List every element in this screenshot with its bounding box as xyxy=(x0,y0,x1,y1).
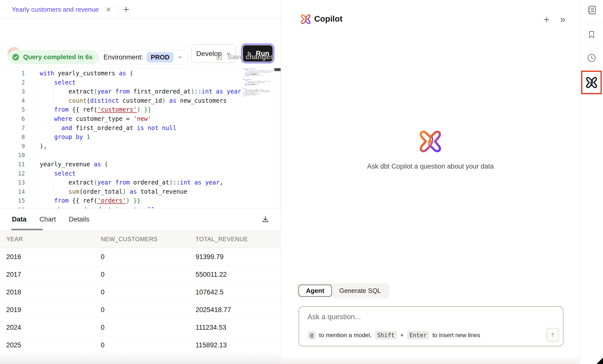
rail-item-bookmarks[interactable] xyxy=(580,30,603,40)
table-row: 20170550011.22 xyxy=(0,266,281,283)
send-button[interactable] xyxy=(547,328,559,342)
mode-agent[interactable]: Agent xyxy=(299,285,332,297)
column-header: NEW_CUSTOMERS xyxy=(95,236,189,243)
line-number: 16 xyxy=(0,205,25,209)
results-table: 2016091399.7920170550011.2220180107642.5… xyxy=(0,248,281,354)
table-cell: 115892.13 xyxy=(189,341,281,349)
code-line: where ordered_at is not null xyxy=(40,205,242,209)
shift-key: Shift xyxy=(375,331,397,339)
bottom-fade xyxy=(281,356,580,364)
table-cell: 2024 xyxy=(0,324,95,331)
tab-divider xyxy=(118,4,118,14)
line-number: 5 xyxy=(0,105,25,114)
table-cell: 2017 xyxy=(0,271,95,278)
tab-data[interactable]: Data xyxy=(12,216,27,223)
table-cell: 2019 xyxy=(0,306,95,314)
tab-label: Yearly customers and revenue xyxy=(12,6,99,13)
editor-minimap[interactable]: with yearly_customers as ( select extrac… xyxy=(243,68,274,96)
enter-key: Enter xyxy=(407,331,429,339)
table-cell: 0 xyxy=(95,324,189,331)
environment-label: Environment: xyxy=(103,53,143,61)
code-line: extract(year from first_ordered_at)::int… xyxy=(40,87,242,96)
environment-value-badge: PROD xyxy=(147,52,173,62)
scrollbar-lane xyxy=(281,68,281,209)
insight-header: BL Your saved insight Develop Run xyxy=(0,19,281,46)
tab-chart[interactable]: Chart xyxy=(40,216,56,223)
results-tabs: DataChartDetails xyxy=(12,209,89,230)
table-row: 201902025418.77 xyxy=(0,301,281,319)
check-circle-icon xyxy=(11,53,20,61)
table-cell: 550011.22 xyxy=(189,271,281,278)
table-cell: 2018 xyxy=(0,288,95,296)
tab-close-icon[interactable] xyxy=(105,6,112,13)
minimap-line: order by 1 xyxy=(243,95,274,96)
new-chat-plus-icon[interactable] xyxy=(543,16,550,23)
line-number: 8 xyxy=(0,133,25,142)
copilot-empty-logo xyxy=(419,130,442,153)
app-root: Yearly customers and revenue BL Your sav… xyxy=(0,0,603,364)
code-line: select xyxy=(40,169,242,178)
line-number: 2 xyxy=(0,78,25,87)
table-cell: 0 xyxy=(95,341,189,349)
code-line: count(distinct customer_id) as new_custo… xyxy=(40,96,242,105)
line-number: 15 xyxy=(0,196,25,205)
mode-generate-sql[interactable]: Generate SQL xyxy=(332,285,388,297)
results-panel: DataChartDetails YEARNEW_CUSTOMERSTOTAL_… xyxy=(0,209,281,364)
code-line: with yearly_customers as ( xyxy=(40,69,242,78)
plus-text: + xyxy=(400,332,404,339)
right-rail xyxy=(580,0,603,364)
question-placeholder: Ask a question... xyxy=(307,313,361,321)
rail-item-history[interactable] xyxy=(580,53,603,63)
newlines-text: to insert new lines xyxy=(432,332,480,339)
code-line: and first_ordered_at is not null xyxy=(40,124,242,133)
line-number: 11 xyxy=(0,160,25,169)
cursor-artifact xyxy=(597,358,603,364)
line-number: 1 xyxy=(0,69,25,78)
table-row: 20180107642.5 xyxy=(0,283,281,301)
table-cell: 0 xyxy=(95,253,189,261)
mode-toggle: AgentGenerate SQL xyxy=(297,283,390,298)
copilot-logo-icon xyxy=(301,14,311,24)
code-line: where customer_type = 'new' xyxy=(40,114,242,124)
tab-details[interactable]: Details xyxy=(69,216,90,223)
table-cell: 0 xyxy=(95,306,189,314)
table-header: YEARNEW_CUSTOMERSTOTAL_REVENUE xyxy=(0,230,281,248)
rail-item-copilot[interactable] xyxy=(581,71,602,94)
sql-editor[interactable]: 12345678910111213141516 with yearly_cust… xyxy=(0,68,281,209)
new-tab-plus-icon[interactable] xyxy=(122,6,130,13)
rail-divider xyxy=(580,46,603,46)
rail-divider xyxy=(580,23,603,23)
code-line: yearly_revenue as ( xyxy=(40,160,242,169)
column-header: YEAR xyxy=(0,236,95,243)
table-cell: 2025418.77 xyxy=(189,306,281,314)
download-icon[interactable] xyxy=(261,215,270,224)
editor-scrollbar-thumb[interactable] xyxy=(274,68,281,71)
chevron-down-icon xyxy=(177,54,183,60)
arrow-up-icon xyxy=(550,332,556,338)
rail-item-catalog[interactable] xyxy=(580,4,603,16)
line-number: 7 xyxy=(0,124,25,133)
bookmark-icon xyxy=(587,30,597,40)
mention-text: to mention a model, xyxy=(319,332,372,339)
save-changes-button[interactable]: Save changes xyxy=(215,49,274,65)
scrollbar-lane xyxy=(274,68,274,209)
code-line: ), xyxy=(40,142,242,151)
copilot-rail-icon xyxy=(586,77,598,89)
double-chevron-right-icon[interactable] xyxy=(559,16,566,23)
code-line: from {{ ref('orders') }} xyxy=(40,196,242,205)
question-input[interactable]: Ask a question... @ to mention a model, … xyxy=(299,306,563,346)
line-number: 14 xyxy=(0,187,25,196)
environment-select[interactable]: Environment: PROD xyxy=(98,50,188,64)
table-cell: 107642.5 xyxy=(189,288,281,296)
table-row: 20250115892.13 xyxy=(0,336,281,354)
code-line: select xyxy=(40,78,242,87)
table-row: 2016091399.79 xyxy=(0,248,281,266)
notebook-icon xyxy=(586,4,597,16)
save-icon xyxy=(215,53,223,61)
line-number: 6 xyxy=(0,114,25,124)
code-line: group by 1 xyxy=(40,133,242,142)
line-number: 10 xyxy=(0,151,25,160)
line-number: 13 xyxy=(0,178,25,187)
line-number: 9 xyxy=(0,142,25,151)
tab-yearly-customers-and-revenue[interactable]: Yearly customers and revenue xyxy=(12,0,112,19)
